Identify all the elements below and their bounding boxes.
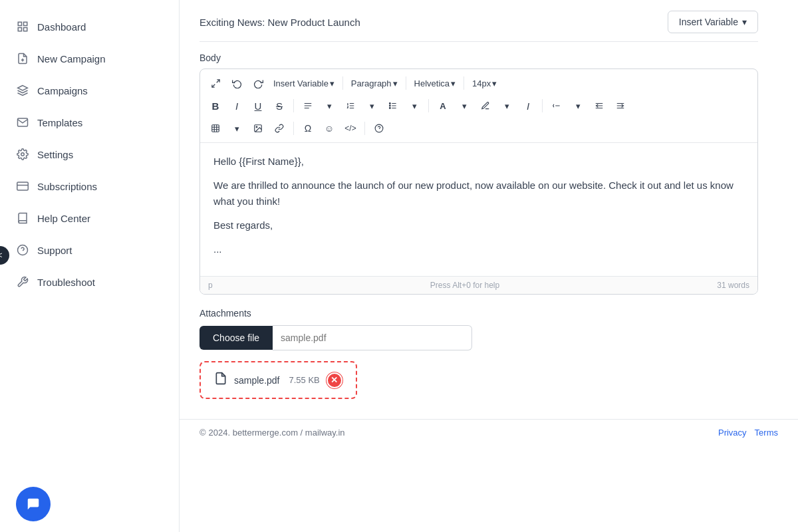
- help-circle-icon: [16, 243, 29, 257]
- bullet-list-button[interactable]: [383, 96, 403, 116]
- file-name-input[interactable]: [273, 325, 472, 350]
- bullet-list-chevron[interactable]: ▾: [404, 96, 424, 116]
- toolbar-divider-8: [364, 122, 365, 135]
- link-button[interactable]: [269, 118, 289, 138]
- sidebar-item-support[interactable]: Support: [0, 234, 179, 266]
- editor-signoff: Best regards,: [213, 217, 744, 233]
- toolbar-divider-2: [406, 76, 406, 90]
- underline-button[interactable]: U: [248, 96, 268, 116]
- choose-file-button[interactable]: Choose file: [200, 326, 273, 350]
- tool-icon: [16, 275, 29, 289]
- font-size-select[interactable]: 14px ▾: [468, 76, 501, 91]
- toolbar-divider-3: [464, 76, 464, 90]
- indent-button[interactable]: [610, 96, 630, 116]
- settings-icon: [16, 148, 29, 161]
- toolbar-divider-1: [342, 76, 343, 90]
- svg-line-12: [216, 79, 219, 82]
- toolbar-row-3: ▾ Ω ☺ </>: [205, 118, 752, 138]
- svg-line-13: [211, 84, 214, 86]
- editor-greeting: Hello {{First Name}},: [213, 154, 744, 170]
- redo-button[interactable]: [248, 73, 268, 93]
- svg-rect-8: [17, 182, 29, 190]
- sidebar-item-settings[interactable]: Settings: [0, 138, 179, 170]
- grid-icon: [16, 20, 29, 33]
- subject-input[interactable]: [200, 17, 660, 28]
- sidebar-item-support-label: Support: [37, 245, 72, 256]
- sidebar-item-new-campaign[interactable]: New Campaign: [0, 43, 179, 74]
- special-char-button[interactable]: Ω: [298, 118, 318, 138]
- sidebar-item-help-center-label: Help Center: [37, 213, 90, 224]
- italic-button[interactable]: I: [227, 96, 247, 116]
- image-button[interactable]: [248, 118, 268, 138]
- svg-point-25: [389, 108, 390, 109]
- editor-tag: p: [208, 281, 213, 290]
- sidebar-item-templates[interactable]: Templates: [0, 106, 179, 138]
- insert-variable-subject-button[interactable]: Insert Variable ▾: [668, 11, 758, 33]
- ordered-list-chevron[interactable]: ▾: [362, 96, 382, 116]
- sidebar-nav: Dashboard New Campaign Campaigns Templat…: [0, 0, 179, 476]
- toolbar-divider-4: [293, 99, 294, 112]
- sidebar-item-subscriptions[interactable]: Subscriptions: [0, 170, 179, 202]
- chevron-down-icon: ▾: [330, 78, 334, 88]
- layers-icon: [16, 84, 29, 97]
- chat-button[interactable]: [16, 487, 51, 521]
- fullscreen-button[interactable]: [205, 73, 225, 93]
- chevron-down-icon: ▾: [451, 78, 456, 88]
- help-button[interactable]: [369, 118, 389, 138]
- sidebar-item-troubleshoot[interactable]: Troubleshoot: [0, 266, 179, 298]
- sidebar-item-campaigns[interactable]: Campaigns: [0, 74, 179, 106]
- editor-footer: p Press Alt+0 for help 31 words: [200, 276, 757, 294]
- credit-card-icon: [16, 180, 29, 193]
- align-button[interactable]: [298, 96, 318, 116]
- code-button[interactable]: </>: [340, 118, 360, 138]
- chevron-down-icon: ▾: [742, 17, 747, 27]
- svg-point-39: [256, 126, 257, 128]
- attachment-remove-button[interactable]: ✕: [327, 372, 342, 388]
- editor-word-count: 31 words: [717, 281, 749, 290]
- attachment-file-size: 7.55 KB: [289, 375, 319, 385]
- table-button[interactable]: [205, 118, 225, 138]
- toolbar-divider-5: [428, 99, 429, 112]
- svg-rect-2: [18, 28, 21, 31]
- highlight-button[interactable]: [475, 96, 495, 116]
- line-height-chevron[interactable]: ▾: [568, 96, 588, 116]
- attachments-section: Attachments Choose file sample.pdf 7.55 …: [200, 308, 758, 399]
- align-chevron[interactable]: ▾: [319, 96, 339, 116]
- table-chevron[interactable]: ▾: [227, 118, 247, 138]
- font-color-button[interactable]: A: [433, 96, 453, 116]
- undo-button[interactable]: [227, 73, 247, 93]
- copyright-icon: ©: [200, 428, 206, 438]
- font-select[interactable]: Helvetica ▾: [410, 76, 460, 91]
- svg-rect-0: [18, 22, 21, 25]
- book-icon: [16, 211, 29, 225]
- file-plus-icon: [16, 52, 29, 65]
- body-label: Body: [200, 42, 758, 68]
- file-icon: [214, 372, 227, 388]
- editor-ellipsis: ...: [213, 241, 744, 257]
- editor-body[interactable]: Hello {{First Name}}, We are thrilled to…: [200, 143, 757, 276]
- paragraph-select[interactable]: Paragraph ▾: [347, 76, 402, 91]
- insert-variable-toolbar-button[interactable]: Insert Variable ▾: [269, 76, 338, 91]
- toolbar-row-2: B I U S ▾ ▾ ▾: [205, 96, 752, 116]
- svg-rect-3: [24, 28, 27, 31]
- terms-link[interactable]: Terms: [755, 428, 778, 438]
- chevron-down-icon: ▾: [393, 78, 398, 88]
- sidebar-item-dashboard[interactable]: Dashboard: [0, 11, 179, 43]
- privacy-link[interactable]: Privacy: [718, 428, 747, 438]
- clear-format-button[interactable]: I: [518, 96, 538, 116]
- emoji-button[interactable]: ☺: [319, 118, 339, 138]
- sidebar-item-help-center[interactable]: Help Center: [0, 202, 179, 234]
- mail-icon: [16, 116, 29, 129]
- bold-button[interactable]: B: [205, 96, 225, 116]
- strikethrough-button[interactable]: S: [269, 96, 289, 116]
- toolbar-divider-6: [542, 99, 543, 112]
- font-color-chevron[interactable]: ▾: [454, 96, 474, 116]
- ordered-list-button[interactable]: [340, 96, 360, 116]
- line-height-button[interactable]: [547, 96, 567, 116]
- outdent-button[interactable]: [589, 96, 609, 116]
- sidebar-item-templates-label: Templates: [37, 117, 82, 128]
- sidebar-item-dashboard-label: Dashboard: [37, 21, 86, 33]
- svg-rect-1: [24, 22, 27, 25]
- sidebar-item-campaigns-label: Campaigns: [37, 85, 88, 96]
- highlight-chevron[interactable]: ▾: [497, 96, 517, 116]
